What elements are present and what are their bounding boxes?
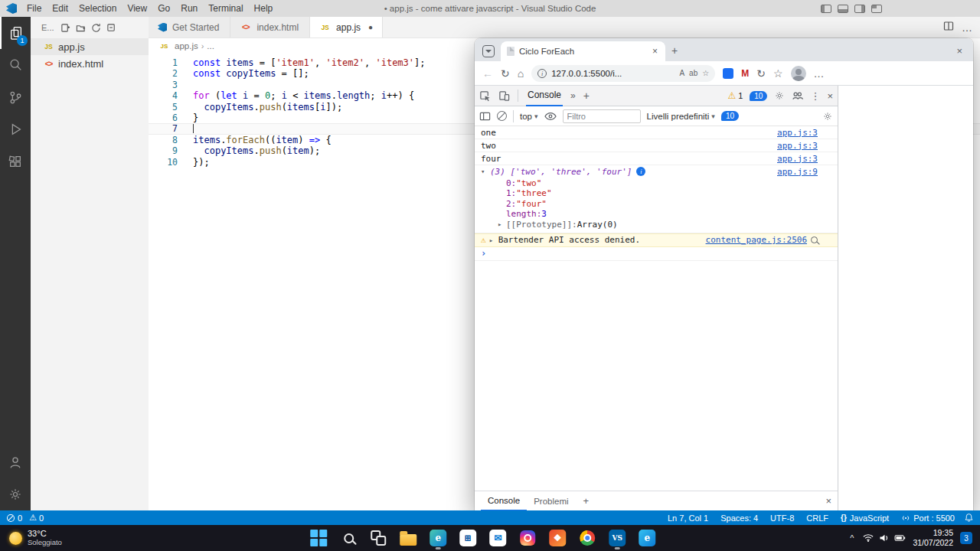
url-text[interactable]: 127.0.0.1:5500/i...: [551, 69, 675, 78]
device-toolbar-icon[interactable]: [498, 90, 510, 102]
more-tools-icon[interactable]: +: [583, 90, 590, 102]
browser-tab[interactable]: Ciclo ForEach ×: [501, 41, 665, 61]
menu-selection[interactable]: Selection: [74, 0, 122, 17]
menu-edit[interactable]: Edit: [47, 0, 74, 17]
taskbar-chrome-icon[interactable]: [574, 526, 600, 550]
devtools-close-icon[interactable]: ×: [827, 90, 833, 102]
expand-arrow-icon[interactable]: ▾: [481, 168, 490, 175]
taskbar-mail-icon[interactable]: ✉: [485, 526, 511, 550]
profile-avatar[interactable]: [791, 66, 806, 81]
issues-people-icon[interactable]: [792, 90, 803, 101]
add-favorite-icon[interactable]: ☆: [702, 69, 709, 77]
mail-extension-icon[interactable]: M: [741, 68, 749, 79]
sync-extension-icon[interactable]: ↻: [756, 68, 766, 79]
more-tabs-icon[interactable]: »: [570, 90, 576, 101]
console-source-link[interactable]: app.js:3: [777, 128, 818, 138]
taskbar-search-icon[interactable]: [335, 526, 361, 550]
status-item-spaces-4[interactable]: Spaces: 4: [714, 510, 764, 525]
status-item-crlf[interactable]: CRLF: [800, 510, 835, 525]
collapse-all-icon[interactable]: [106, 23, 116, 33]
menu-terminal[interactable]: Terminal: [203, 0, 248, 17]
search-icon[interactable]: [0, 49, 31, 81]
refresh-page-icon[interactable]: ↻: [501, 68, 510, 79]
read-aloud-icon[interactable]: A: [679, 69, 684, 77]
taskbar-store-icon[interactable]: ⊞: [455, 526, 481, 550]
toggle-secondary-sidebar-icon[interactable]: [854, 5, 865, 13]
site-info-icon[interactable]: i: [537, 69, 547, 78]
menu-view[interactable]: View: [122, 0, 152, 17]
expand-arrow-icon[interactable]: ▸: [489, 236, 498, 244]
taskbar-edge-icon[interactable]: e: [425, 526, 451, 550]
status-item-utf-8[interactable]: UTF-8: [764, 510, 800, 525]
page-content[interactable]: [838, 86, 973, 510]
file-item-index.html[interactable]: <>index.html: [31, 55, 149, 72]
tab-actions-icon[interactable]: [482, 45, 495, 57]
file-item-app.js[interactable]: JSapp.js: [31, 38, 149, 55]
translate-icon[interactable]: ab: [689, 69, 697, 77]
toggle-panel-icon[interactable]: [838, 5, 848, 13]
clear-console-icon[interactable]: [497, 111, 507, 121]
drawer-close-icon[interactable]: ×: [825, 495, 831, 507]
drawer-tab-problemi[interactable]: Problemi: [527, 491, 575, 511]
drawer-tab-console[interactable]: Console: [481, 491, 527, 511]
split-editor-icon[interactable]: [943, 21, 954, 34]
console-source-link[interactable]: app.js:9: [777, 167, 818, 177]
status-item-ln-7-col-1[interactable]: Ln 7, Col 1: [662, 510, 714, 525]
console-prompt-row[interactable]: ›: [475, 247, 838, 261]
tab-index.html[interactable]: <>index.html: [230, 17, 310, 37]
breadcrumb-file[interactable]: app.js: [175, 41, 198, 51]
taskbar-photos-icon[interactable]: ❖: [544, 526, 570, 550]
taskbar-file-explorer-icon[interactable]: [395, 526, 421, 550]
expand-arrow-icon[interactable]: ▸: [498, 220, 506, 228]
menu-go[interactable]: Go: [152, 0, 175, 17]
tray-chevron-icon[interactable]: ^: [848, 533, 856, 543]
console-settings-icon[interactable]: [822, 111, 833, 122]
console-source-link[interactable]: app.js:3: [777, 154, 818, 164]
messages-counter[interactable]: 10: [750, 91, 767, 101]
breadcrumb-symbol[interactable]: ...: [207, 41, 214, 51]
warnings-counter[interactable]: ⚠ 1: [727, 90, 743, 101]
favorites-icon[interactable]: ☆: [773, 68, 783, 79]
source-control-icon[interactable]: [0, 81, 31, 113]
console-source-link[interactable]: app.js:3: [777, 141, 818, 151]
console-source-link[interactable]: content_page.js:2506: [706, 235, 807, 245]
drawer-more-tools-icon[interactable]: +: [579, 495, 594, 507]
taskbar-edge-beta-icon[interactable]: e: [634, 526, 660, 550]
log-levels-selector[interactable]: Livelli predefiniti ▾: [647, 112, 715, 121]
new-folder-icon[interactable]: [76, 23, 86, 33]
extensions-icon[interactable]: [0, 145, 31, 178]
console-filter-input[interactable]: [563, 109, 641, 123]
context-selector[interactable]: top ▾: [520, 112, 538, 121]
account-icon[interactable]: [0, 446, 31, 478]
extension-icon[interactable]: [723, 68, 733, 79]
refresh-icon[interactable]: [91, 23, 101, 33]
toggle-sidebar-icon[interactable]: [821, 5, 831, 13]
taskbar-instagram-icon[interactable]: [514, 526, 541, 550]
address-bar[interactable]: i 127.0.0.1:5500/i... A ab ☆: [531, 65, 715, 82]
home-icon[interactable]: ⌂: [518, 68, 524, 79]
search-icon[interactable]: [811, 236, 818, 243]
taskbar-start-icon[interactable]: [305, 526, 332, 550]
explorer-icon[interactable]: 1: [0, 17, 31, 49]
weather-widget[interactable]: 33°C Soleggiato: [0, 525, 71, 551]
taskbar-vscode-icon[interactable]: VS: [604, 526, 630, 550]
problems-status[interactable]: 0 ⚠ 0: [6, 513, 44, 523]
inspect-element-icon[interactable]: [479, 90, 491, 102]
editor-more-icon[interactable]: …: [962, 21, 972, 34]
menu-help[interactable]: Help: [249, 0, 279, 17]
new-file-icon[interactable]: [60, 23, 70, 33]
devtools-tab-console[interactable]: Console: [526, 86, 563, 106]
menu-run[interactable]: Run: [175, 0, 203, 17]
notification-badge[interactable]: 3: [960, 532, 972, 544]
taskbar-clock[interactable]: 19:35 31/07/2022: [913, 528, 953, 547]
run-debug-icon[interactable]: [0, 113, 31, 145]
tab-get-started[interactable]: Get Started: [149, 17, 230, 37]
notifications-bell-icon[interactable]: [964, 513, 974, 523]
taskbar-task-view-icon[interactable]: [365, 526, 391, 550]
new-tab-icon[interactable]: +: [671, 44, 678, 57]
customize-layout-icon[interactable]: [871, 5, 882, 13]
tab-app.js[interactable]: JSapp.js●: [310, 17, 383, 37]
settings-gear-icon[interactable]: [0, 478, 31, 510]
devtools-settings-icon[interactable]: [774, 90, 785, 101]
browser-close-icon[interactable]: ×: [952, 45, 967, 57]
